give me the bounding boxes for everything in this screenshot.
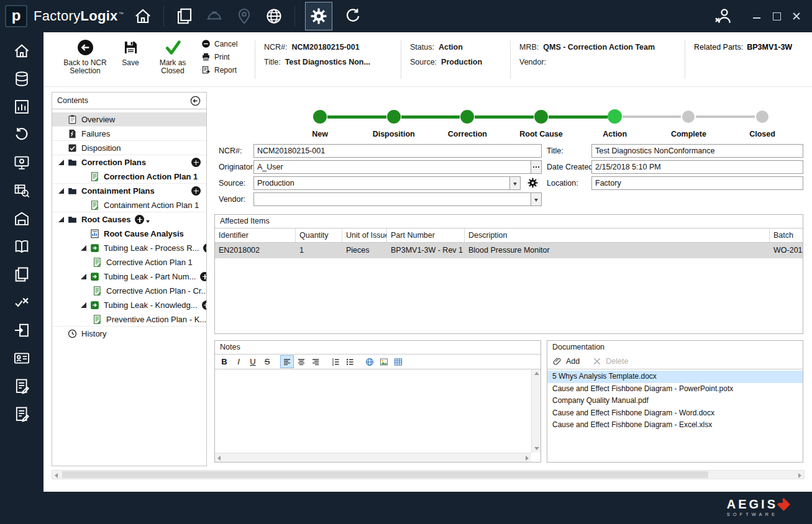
collapse-panel-icon[interactable] — [189, 95, 201, 107]
expander-icon[interactable] — [58, 160, 64, 165]
home-icon[interactable] — [134, 7, 152, 25]
report-button[interactable]: Report — [201, 65, 242, 75]
nav-history-icon[interactable] — [13, 126, 30, 143]
add-menu-caret-icon[interactable] — [146, 220, 150, 223]
nav-library-icon[interactable] — [13, 238, 30, 255]
add-button[interactable] — [191, 186, 201, 196]
back-to-ncr-selection-button[interactable]: Back to NCR Selection — [61, 32, 109, 75]
tree-item-disposition[interactable]: Disposition — [52, 141, 206, 155]
insert-table-button[interactable] — [391, 355, 405, 368]
documents-icon[interactable] — [175, 7, 194, 25]
italic-button[interactable]: I — [232, 355, 245, 368]
nav-quality-icon[interactable] — [13, 294, 30, 311]
expander-icon[interactable] — [81, 274, 86, 279]
notes-vertical-scrollbar[interactable] — [531, 369, 541, 453]
list-item[interactable]: Cause and Effect Fishbone Diagram - Exce… — [547, 419, 803, 431]
expander-icon[interactable] — [58, 188, 64, 194]
tree-item-root-causes[interactable]: Root Causes — [52, 212, 206, 227]
tree-item-tubing-leak-process[interactable]: Tubing Leak - Process R... — [52, 241, 206, 255]
expander-icon[interactable] — [58, 217, 64, 222]
tree-item-history[interactable]: History — [52, 327, 206, 341]
vendor-select[interactable] — [253, 192, 542, 206]
tree-item-corrective-action-plan-1[interactable]: Corrective Action Plan 1 — [52, 255, 206, 269]
date-created-input[interactable] — [591, 160, 803, 174]
tree-item-correction-plans[interactable]: Correction Plans — [52, 155, 206, 169]
tree-item-corrective-action-plan-cr[interactable]: Corrective Action Plan - Cr... — [52, 284, 206, 298]
strikethrough-button[interactable]: S — [260, 355, 274, 368]
save-button[interactable]: Save — [118, 32, 143, 67]
delete-document-button[interactable]: Delete — [606, 357, 628, 366]
mark-as-closed-button[interactable]: Mark as Closed — [153, 32, 193, 75]
nav-badge-icon[interactable] — [13, 350, 30, 367]
list-item[interactable]: 5 Whys Analysis Template.docx — [547, 371, 803, 383]
tree-item-tubing-leak-knowledge[interactable]: Tubing Leak - Knowledg... — [52, 298, 206, 312]
add-document-button[interactable]: Add — [566, 357, 580, 366]
tree-item-failures[interactable]: Failures — [52, 127, 206, 141]
nav-station-icon[interactable] — [13, 154, 30, 171]
nav-transfer-icon[interactable] — [13, 322, 30, 339]
source-settings-gear-icon[interactable] — [527, 177, 539, 189]
tree-item-root-cause-analysis[interactable]: Root Cause Analysis — [52, 227, 206, 241]
print-button[interactable]: Print — [201, 52, 242, 61]
tree-item-containment-action-plan-1[interactable]: Containment Action Plan 1 — [52, 198, 206, 212]
nav-documents-icon[interactable] — [13, 266, 30, 283]
nav-notes2-icon[interactable] — [13, 405, 30, 423]
hyperlink-globe-button[interactable] — [363, 355, 376, 368]
source-select[interactable]: Production — [253, 176, 521, 190]
notes-horizontal-scrollbar[interactable] — [215, 453, 531, 462]
align-right-button[interactable] — [309, 355, 322, 368]
list-item[interactable]: Cause and Effect Fishbone Diagram - Word… — [547, 407, 803, 420]
nav-notes-icon[interactable] — [13, 377, 30, 395]
nav-database-icon[interactable] — [13, 70, 30, 88]
add-button[interactable] — [203, 243, 206, 253]
settings-tab-active[interactable] — [305, 2, 332, 30]
tree-item-correction-action-plan-1[interactable]: Correction Action Plan 1 — [52, 169, 206, 184]
nav-home-icon[interactable] — [13, 42, 30, 60]
horizontal-scrollbar[interactable] — [52, 470, 805, 479]
underline-button[interactable]: U — [246, 355, 260, 368]
nav-lookup-icon[interactable] — [13, 182, 30, 199]
align-center-button[interactable] — [294, 355, 308, 368]
bold-button[interactable]: B — [217, 355, 231, 368]
tree-item-tubing-leak-part[interactable]: Tubing Leak - Part Num... — [52, 269, 206, 284]
close-button[interactable] — [790, 10, 803, 22]
history-icon[interactable] — [344, 7, 362, 25]
dropdown-arrow-icon[interactable] — [531, 193, 541, 206]
tree-item-overview[interactable]: Overview — [52, 112, 206, 127]
user-signout-icon[interactable] — [713, 6, 734, 26]
expander-icon[interactable] — [81, 302, 86, 308]
title-input[interactable] — [591, 144, 803, 158]
add-button[interactable] — [191, 158, 201, 167]
table-row[interactable]: EN2018002 1 Pieces BP3MV1-3W - Rev 1 Blo… — [215, 243, 803, 258]
ncr-input[interactable] — [253, 144, 542, 158]
location-input[interactable] — [591, 176, 803, 190]
insert-image-button[interactable] — [377, 355, 391, 368]
add-button[interactable] — [200, 272, 206, 281]
save-icon — [122, 39, 139, 56]
paperclip-icon[interactable] — [552, 356, 562, 366]
tree-item-containment-plans[interactable]: Containment Plans — [52, 184, 206, 198]
originator-browse-button[interactable] — [531, 161, 541, 173]
notes-editor[interactable] — [215, 369, 541, 462]
align-left-button[interactable] — [280, 355, 294, 368]
maximize-button[interactable] — [770, 10, 783, 22]
globe-icon[interactable] — [265, 7, 283, 25]
scrollbar-thumb[interactable] — [62, 471, 708, 478]
delete-x-icon — [592, 356, 602, 366]
nav-warehouse-icon[interactable] — [13, 210, 30, 227]
minimize-button[interactable] — [750, 10, 764, 22]
numbered-list-button[interactable] — [329, 355, 342, 368]
list-item[interactable]: Cause and Effect Fishbone Diagram - Powe… — [547, 383, 803, 395]
tree-item-preventive-action-plan-k[interactable]: Preventive Action Plan - K... — [52, 312, 206, 327]
expander-icon[interactable] — [81, 245, 86, 251]
add-button[interactable] — [135, 215, 144, 224]
bullet-list-button[interactable] — [343, 355, 357, 368]
add-button[interactable] — [202, 300, 206, 310]
hardhat-icon[interactable] — [205, 7, 224, 25]
location-pin-icon[interactable] — [235, 7, 253, 25]
dropdown-arrow-icon[interactable] — [509, 177, 520, 189]
originator-input[interactable] — [254, 161, 531, 173]
nav-analytics-icon[interactable] — [13, 98, 30, 115]
list-item[interactable]: Company Quality Manual.pdf — [547, 395, 803, 407]
cancel-button[interactable]: Cancel — [201, 39, 242, 48]
